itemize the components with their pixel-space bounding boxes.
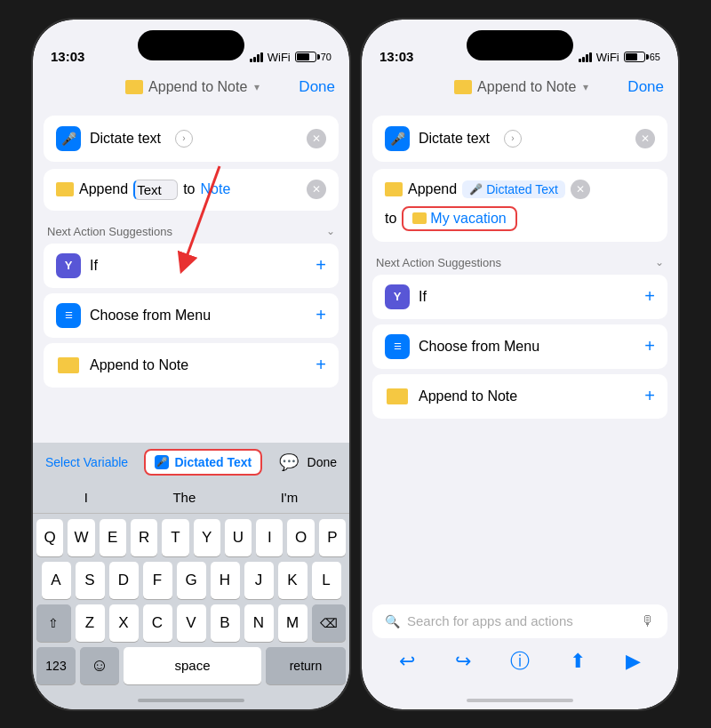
key-emoji[interactable]: ☺ — [80, 647, 119, 684]
dictated-text-pill-right[interactable]: 🎤 Dictated Text — [462, 180, 565, 198]
search-bar-right[interactable]: 🔍 Search for apps and actions 🎙 — [372, 604, 667, 638]
dictated-text-pill[interactable]: 🎤 Dictated Text — [144, 449, 262, 476]
key-D[interactable]: D — [109, 562, 139, 599]
key-E[interactable]: E — [100, 519, 126, 556]
key-C[interactable]: C — [143, 604, 172, 642]
key-A[interactable]: A — [42, 562, 71, 599]
key-K[interactable]: K — [278, 562, 308, 599]
text-field-left[interactable]: Text — [133, 180, 178, 200]
append-icon-right — [385, 182, 403, 196]
key-F[interactable]: F — [143, 562, 172, 599]
suggestion-menu-left[interactable]: ☰ Choose from Menu + — [44, 293, 339, 338]
plus-menu-right[interactable]: + — [644, 336, 655, 356]
dictate-title-right: Dictate text — [419, 131, 490, 147]
signal-bars-right — [579, 52, 592, 62]
key-Q[interactable]: Q — [36, 519, 63, 556]
append-card-left[interactable]: Append Text to Note ✕ — [44, 169, 339, 211]
key-return[interactable]: return — [266, 647, 346, 684]
keyboard-done-btn[interactable]: Done — [308, 455, 337, 469]
key-W[interactable]: W — [68, 519, 94, 556]
close-append-left[interactable]: ✕ — [307, 180, 326, 199]
key-G[interactable]: G — [177, 562, 206, 599]
signal-bar-1 — [250, 59, 252, 62]
battery-fill-right — [626, 53, 637, 60]
key-U[interactable]: U — [225, 519, 252, 556]
key-shift[interactable]: ⇧ — [36, 604, 71, 642]
forward-btn-right[interactable]: ↪ — [455, 650, 471, 673]
back-btn-right[interactable]: ↩ — [399, 650, 415, 673]
speech-bubble-icon[interactable]: 💬 — [279, 452, 299, 472]
dictate-card-left[interactable]: 🎤 Dictate text › ✕ — [44, 116, 339, 162]
key-I[interactable]: I — [256, 519, 283, 556]
signal-bar-4 — [260, 52, 263, 62]
suggestion-note-left[interactable]: Append to Note + — [44, 343, 339, 388]
left-phone-screen: 13:03 WiFi 70 — [33, 20, 349, 709]
nav-title-text-left: Append to Note — [148, 79, 247, 95]
plus-note-right[interactable]: + — [644, 386, 655, 406]
close-dictate-right[interactable]: ✕ — [635, 129, 655, 148]
plus-if-left[interactable]: + — [316, 255, 326, 276]
key-Y[interactable]: Y — [194, 519, 220, 556]
key-M[interactable]: M — [278, 604, 308, 642]
key-123[interactable]: 123 — [36, 647, 76, 684]
key-R[interactable]: R — [131, 519, 157, 556]
nav-title-left: Append to Note ▾ — [125, 79, 260, 95]
key-X[interactable]: X — [109, 604, 139, 642]
key-sugg-I[interactable]: I — [84, 490, 88, 505]
suggestions-title-left: Next Action Suggestions — [47, 225, 172, 238]
menu-icon-right: ☰ — [385, 334, 410, 359]
key-S[interactable]: S — [76, 562, 105, 599]
note-pill-left[interactable]: Note — [201, 181, 231, 197]
key-O[interactable]: O — [287, 519, 314, 556]
suggestion-if-right[interactable]: Y If + — [372, 275, 667, 319]
my-vacation-pill-right[interactable]: My vacation — [402, 206, 516, 231]
suggestion-if-right-section: Y If — [385, 284, 427, 309]
key-V[interactable]: V — [177, 604, 206, 642]
key-space[interactable]: space — [124, 647, 261, 684]
key-B[interactable]: B — [211, 604, 240, 642]
dictated-text-label: Dictated Text — [174, 455, 252, 469]
key-N[interactable]: N — [244, 604, 274, 642]
plus-if-right[interactable]: + — [644, 286, 655, 307]
suggestion-menu-label-right: Choose from Menu — [419, 339, 539, 355]
key-L[interactable]: L — [312, 562, 341, 599]
append-label-left: Append — [79, 181, 128, 197]
play-btn-right[interactable]: ▶ — [626, 650, 641, 673]
key-sugg-Im[interactable]: I'm — [281, 490, 299, 505]
signal-bar-2 — [253, 57, 256, 62]
close-append-right[interactable]: ✕ — [571, 180, 590, 199]
key-H[interactable]: H — [211, 562, 240, 599]
suggestion-menu-label-left: Choose from Menu — [90, 308, 211, 324]
share-btn-right[interactable]: ⬆ — [570, 650, 586, 673]
select-variable-btn[interactable]: Select Variable — [45, 455, 128, 469]
append-icon-left — [56, 182, 74, 196]
key-J[interactable]: J — [244, 562, 274, 599]
plus-note-left[interactable]: + — [316, 355, 326, 375]
key-T[interactable]: T — [162, 519, 188, 556]
mic-icon-left: 🎤 — [61, 132, 76, 146]
nav-done-left[interactable]: Done — [299, 78, 335, 96]
keyboard-left: Q W E R T Y U I O P A S D F G H — [33, 514, 349, 709]
nav-bar-left: Append to Note ▾ Done — [33, 68, 349, 107]
key-sugg-The[interactable]: The — [172, 490, 196, 505]
info-btn-right[interactable]: ⓘ — [510, 648, 530, 675]
search-mic-icon-right[interactable]: 🎙 — [641, 613, 655, 629]
dynamic-island-right — [467, 30, 573, 60]
nav-done-right[interactable]: Done — [627, 78, 664, 96]
append-label-right: Append — [408, 181, 457, 197]
dictate-card-right[interactable]: 🎤 Dictate text › ✕ — [372, 116, 667, 162]
append-card-right[interactable]: Append 🎤 Dictated Text ✕ to My vacation — [372, 169, 667, 242]
key-P[interactable]: P — [319, 519, 346, 556]
suggestion-note-right-section: Append to Note — [385, 384, 517, 409]
suggestion-menu-right[interactable]: ☰ Choose from Menu + — [372, 324, 667, 369]
key-backspace[interactable]: ⌫ — [312, 604, 347, 642]
dictate-card-right-section: 🎤 Dictate text › — [385, 126, 635, 151]
plus-menu-left[interactable]: + — [316, 305, 326, 325]
suggestions-header-right: Next Action Suggestions ⌄ — [372, 249, 667, 275]
suggestion-if-left[interactable]: Y If + — [44, 244, 339, 288]
close-dictate-left[interactable]: ✕ — [307, 129, 326, 148]
suggestion-note-right[interactable]: Append to Note + — [372, 374, 667, 419]
key-row-3: ⇧ Z X C V B N M ⌫ — [36, 604, 346, 642]
key-row-1: Q W E R T Y U I O P — [36, 519, 346, 556]
key-Z[interactable]: Z — [76, 604, 105, 642]
